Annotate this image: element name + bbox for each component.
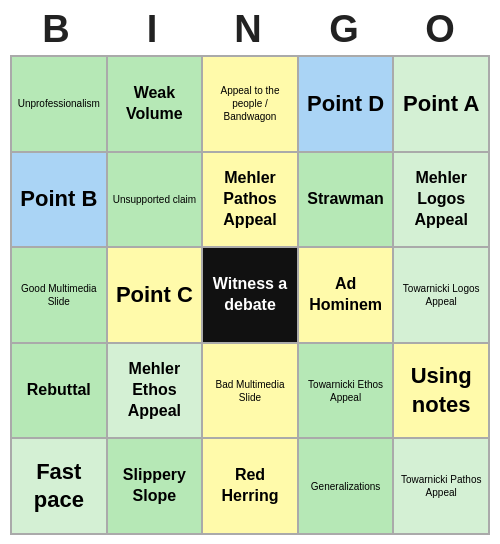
bingo-grid: UnprofessionalismWeak VolumeAppeal to th… <box>10 55 490 535</box>
bingo-cell-10: Good Multimedia Slide <box>12 248 106 342</box>
bingo-cell-17: Bad Multimedia Slide <box>203 344 297 438</box>
bingo-cell-23: Generalizations <box>299 439 393 533</box>
bingo-cell-12: Witness a debate <box>203 248 297 342</box>
letter-n: N <box>206 8 294 51</box>
bingo-cell-18: Towarnicki Ethos Appeal <box>299 344 393 438</box>
bingo-header: B I N G O <box>10 8 490 51</box>
bingo-cell-9: Mehler Logos Appeal <box>394 153 488 247</box>
bingo-cell-16: Mehler Ethos Appeal <box>108 344 202 438</box>
bingo-cell-11: Point C <box>108 248 202 342</box>
bingo-cell-20: Fast pace <box>12 439 106 533</box>
letter-g: G <box>302 8 390 51</box>
bingo-cell-24: Towarnicki Pathos Appeal <box>394 439 488 533</box>
bingo-cell-6: Unsupported claim <box>108 153 202 247</box>
bingo-cell-15: Rebuttal <box>12 344 106 438</box>
bingo-cell-8: Strawman <box>299 153 393 247</box>
bingo-cell-4: Point A <box>394 57 488 151</box>
bingo-cell-2: Appeal to the people / Bandwagon <box>203 57 297 151</box>
bingo-cell-22: Red Herring <box>203 439 297 533</box>
bingo-cell-14: Towarnicki Logos Appeal <box>394 248 488 342</box>
bingo-cell-0: Unprofessionalism <box>12 57 106 151</box>
letter-o: O <box>398 8 486 51</box>
bingo-cell-19: Using notes <box>394 344 488 438</box>
bingo-cell-1: Weak Volume <box>108 57 202 151</box>
bingo-cell-13: Ad Hominem <box>299 248 393 342</box>
letter-i: I <box>110 8 198 51</box>
bingo-cell-3: Point D <box>299 57 393 151</box>
bingo-cell-21: Slippery Slope <box>108 439 202 533</box>
bingo-cell-5: Point B <box>12 153 106 247</box>
letter-b: B <box>14 8 102 51</box>
bingo-cell-7: Mehler Pathos Appeal <box>203 153 297 247</box>
